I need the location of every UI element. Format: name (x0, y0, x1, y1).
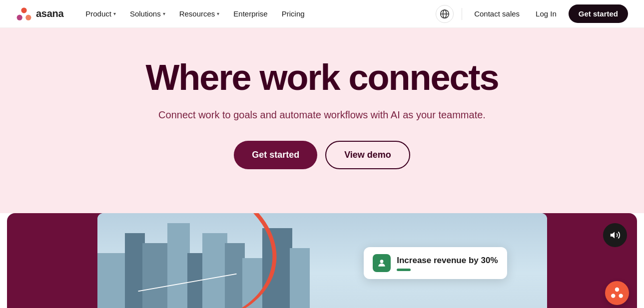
nav-pricing[interactable]: Pricing (276, 6, 311, 21)
svg-point-10 (619, 294, 623, 298)
revenue-progress-bar (397, 269, 411, 271)
svg-point-8 (615, 288, 619, 292)
contact-sales-link[interactable]: Contact sales (470, 6, 524, 21)
hero-subtitle: Connect work to goals and automate workf… (10, 109, 634, 121)
hero-title: Where work connects (10, 58, 634, 97)
nav-right: Contact sales Log In Get started (436, 4, 628, 23)
solutions-chevron-icon: ▾ (163, 11, 165, 16)
red-arc-decoration (97, 213, 289, 308)
get-started-hero-button[interactable]: Get started (234, 141, 317, 169)
nav-solutions[interactable]: Solutions ▾ (124, 6, 171, 21)
asana-float-button[interactable] (605, 281, 629, 305)
nav-product[interactable]: Product ▾ (79, 6, 122, 21)
logo-text: asana (36, 8, 63, 19)
product-chevron-icon: ▾ (113, 11, 116, 16)
login-link[interactable]: Log In (532, 6, 561, 21)
nav-links: Product ▾ Solutions ▾ Resources ▾ Enterp… (79, 6, 436, 21)
revenue-icon (373, 254, 391, 272)
video-frame: Increase revenue by 30% (97, 213, 547, 308)
svg-point-6 (380, 260, 384, 264)
sound-button[interactable] (603, 223, 627, 247)
nav-enterprise[interactable]: Enterprise (227, 6, 273, 21)
svg-point-2 (25, 14, 31, 20)
nav-divider (462, 8, 462, 20)
get-started-nav-button[interactable]: Get started (569, 4, 628, 23)
revenue-content: Increase revenue by 30% (397, 256, 498, 271)
svg-point-9 (611, 294, 615, 298)
svg-marker-7 (611, 232, 615, 239)
logo[interactable]: asana (16, 7, 63, 21)
revenue-title: Increase revenue by 30% (397, 256, 498, 266)
svg-point-0 (21, 7, 26, 13)
nav-resources[interactable]: Resources ▾ (173, 6, 226, 21)
building-10 (290, 248, 310, 308)
view-demo-button[interactable]: View demo (325, 141, 410, 169)
hero-section: Where work connects Connect work to goal… (0, 28, 644, 213)
video-section: Increase revenue by 30% (7, 213, 637, 308)
revenue-card: Increase revenue by 30% (364, 247, 507, 279)
hero-buttons: Get started View demo (10, 141, 634, 169)
svg-point-1 (17, 14, 22, 20)
resources-chevron-icon: ▾ (217, 11, 219, 16)
navbar: asana Product ▾ Solutions ▾ Resources ▾ … (0, 0, 644, 28)
language-button[interactable] (436, 5, 454, 23)
